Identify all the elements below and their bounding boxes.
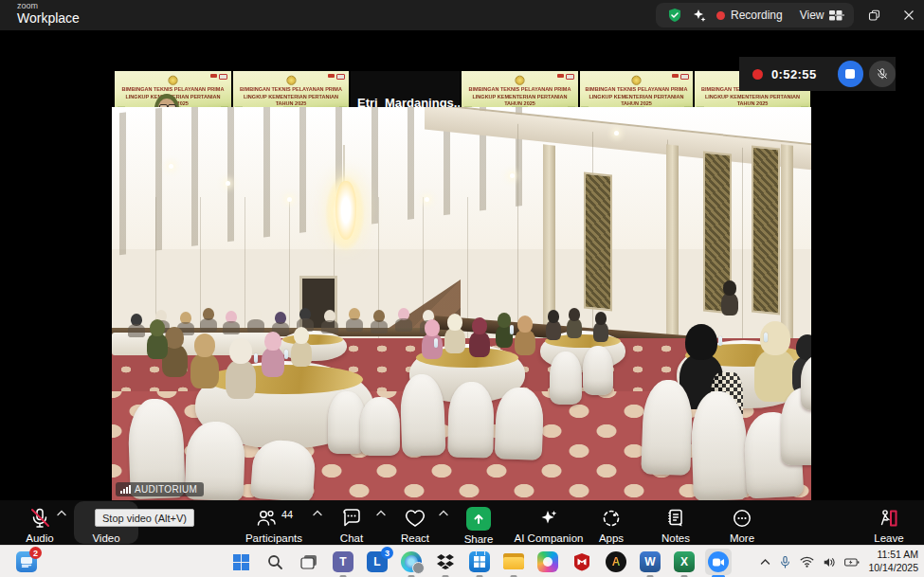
participants-options-chevron[interactable] — [313, 510, 322, 516]
share-button[interactable]: Share — [454, 500, 503, 545]
notes-label: Notes — [661, 532, 690, 544]
edge-icon — [401, 551, 422, 572]
attendee — [517, 316, 533, 333]
chat-options-chevron[interactable] — [376, 510, 386, 516]
partner-logos — [557, 74, 574, 80]
teams-button[interactable]: T — [330, 549, 356, 575]
share-label: Share — [464, 533, 494, 545]
zoom-meeting-window: zoom Workplace Recording View — [0, 0, 924, 577]
partner-logos — [672, 74, 689, 80]
linkedin-button[interactable]: L3 — [364, 549, 390, 575]
leave-button[interactable]: Leave — [862, 500, 915, 545]
tray-battery-icon[interactable] — [844, 557, 860, 568]
attendee-body — [395, 318, 412, 332]
clock-time: 11:51 AM — [868, 549, 918, 562]
recording-mic-muted-button[interactable] — [869, 61, 896, 87]
attendee — [796, 334, 811, 360]
copilot-icon — [537, 551, 558, 572]
mic-muted-icon — [28, 507, 51, 530]
ai-companion-label: AI Companion — [515, 532, 584, 544]
attendee-body — [515, 330, 535, 355]
adobe-button[interactable]: A — [603, 549, 629, 575]
minimize-button[interactable] — [825, 3, 854, 27]
store-button[interactable] — [466, 549, 493, 575]
participants-icon — [255, 507, 278, 530]
water-bottle — [254, 353, 258, 363]
taskbar-chat-app[interactable]: 2 — [14, 550, 39, 574]
tray-speaker-icon[interactable] — [823, 556, 836, 568]
recording-dot-icon — [752, 69, 763, 80]
signal-bars-icon — [120, 485, 131, 494]
tray-chevron-icon[interactable] — [760, 558, 770, 566]
mcafee-icon — [572, 552, 591, 571]
leave-icon — [878, 507, 900, 530]
attendee — [498, 313, 511, 328]
windows-taskbar: 2 TL3AWX 11:51 AM 10/14/2025 — [0, 545, 924, 577]
attendee — [569, 308, 580, 321]
stop-recording-button[interactable] — [838, 61, 864, 87]
chair — [250, 439, 317, 500]
attendee — [150, 319, 165, 336]
edge-button[interactable] — [398, 549, 425, 575]
ms-store-icon — [469, 551, 490, 572]
attendee — [229, 338, 252, 364]
close-button[interactable] — [895, 3, 923, 27]
main-video-feed[interactable]: AUDITORIUM — [112, 107, 811, 500]
attendee — [294, 327, 309, 344]
search-icon — [267, 554, 283, 570]
dropbox-button[interactable] — [432, 549, 459, 575]
react-options-chevron[interactable] — [439, 510, 448, 516]
attendee-body — [422, 334, 443, 359]
task-view-icon — [300, 554, 317, 569]
start-button[interactable] — [227, 549, 254, 575]
clock-date: 10/14/2025 — [868, 562, 918, 575]
chat-button[interactable]: Chat — [327, 500, 376, 545]
heart-icon — [404, 507, 426, 530]
linkedin-badge: 3 — [381, 547, 393, 559]
restore-button[interactable] — [860, 3, 888, 27]
close-icon — [903, 9, 915, 21]
video-location-pill: AUDITORIUM — [116, 482, 204, 496]
more-button[interactable]: More — [717, 500, 767, 545]
mcafee-button[interactable] — [569, 549, 595, 575]
audio-button[interactable]: Audio — [13, 500, 66, 545]
brand-zoom: zoom — [17, 2, 80, 10]
attendee-body — [346, 318, 363, 332]
ai-sparkle-icon[interactable] — [692, 8, 707, 23]
react-button[interactable]: React — [390, 500, 440, 545]
attendee-body — [147, 334, 168, 359]
attendee — [595, 312, 607, 325]
file-explorer-button[interactable] — [500, 549, 527, 575]
stop-icon — [845, 69, 855, 79]
apps-button[interactable]: Apps — [587, 500, 636, 545]
task-view-button[interactable] — [296, 549, 322, 575]
attendee-body — [226, 360, 256, 399]
share-screen-icon — [466, 507, 491, 531]
excel-button[interactable]: X — [671, 549, 698, 575]
more-icon — [731, 507, 753, 530]
chair — [550, 352, 582, 405]
notes-button[interactable]: Notes — [651, 500, 700, 545]
zoom-taskbar-button[interactable] — [705, 549, 732, 575]
attendee-body — [247, 319, 264, 333]
title-bar: zoom Workplace Recording View — [0, 0, 924, 30]
attendee — [194, 334, 215, 357]
scene-figures — [112, 107, 811, 500]
water-bottle — [434, 338, 438, 348]
tray-wifi-icon[interactable] — [800, 556, 814, 568]
attendee-body — [371, 320, 388, 334]
security-shield-icon[interactable] — [667, 8, 682, 23]
attendee-body — [546, 320, 561, 339]
tray-mic-icon[interactable] — [779, 555, 791, 569]
attendee-body — [223, 321, 240, 334]
taskbar-clock[interactable]: 11:51 AM 10/14/2025 — [868, 549, 918, 574]
audio-options-chevron[interactable] — [57, 510, 66, 516]
recording-dot-icon — [716, 11, 725, 20]
ministry-logo-icon — [168, 76, 177, 85]
participants-button[interactable]: 44 Participants — [237, 500, 311, 545]
word-button[interactable]: W — [637, 549, 663, 575]
copilot-button[interactable] — [534, 549, 561, 575]
attendee-body — [190, 353, 219, 388]
ai-companion-button[interactable]: AI Companion — [508, 500, 589, 545]
search-button[interactable] — [262, 549, 288, 575]
